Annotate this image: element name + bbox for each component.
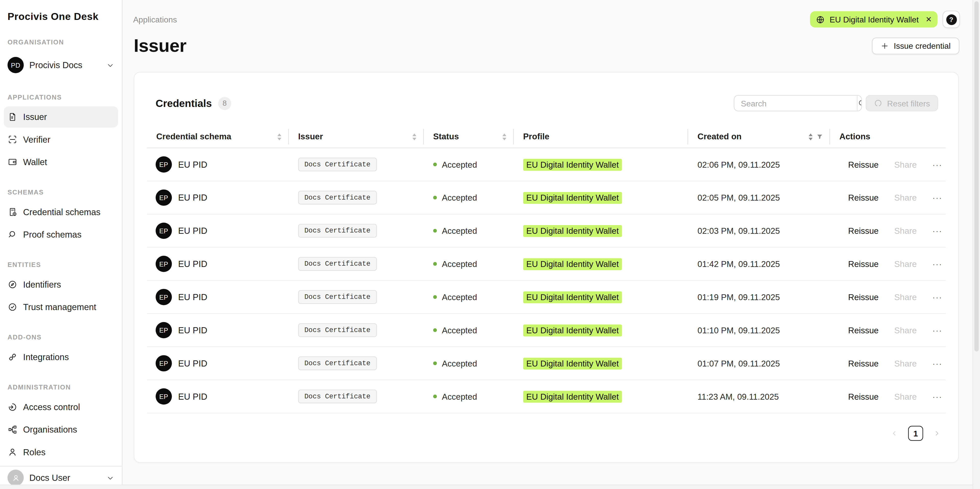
sidebar-item-label: Roles <box>23 447 46 457</box>
more-actions-icon[interactable]: ··· <box>932 259 942 269</box>
compass-icon <box>7 279 18 290</box>
horizontal-scrollbar[interactable] <box>0 485 973 489</box>
credential-schema-name: EU PID <box>178 259 207 269</box>
share-button[interactable]: Share <box>894 193 917 202</box>
column-header-issuer[interactable]: Issuer <box>289 126 424 148</box>
more-actions-icon[interactable]: ··· <box>932 325 942 335</box>
reissue-button[interactable]: Reissue <box>848 160 878 169</box>
credential-row[interactable]: EPEU PID Docs Certificate Accepted EU Di… <box>147 380 946 413</box>
more-actions-icon[interactable]: ··· <box>932 292 942 302</box>
reissue-button[interactable]: Reissue <box>848 392 878 401</box>
share-button[interactable]: Share <box>894 160 917 169</box>
issue-credential-button[interactable]: Issue credential <box>872 37 959 54</box>
vertical-scrollbar[interactable] <box>973 0 980 489</box>
page-header: Issuer Issue credential <box>123 32 973 57</box>
sidebar-item-label: Issuer <box>23 112 47 122</box>
profile-badge: EU Digital Identity Wallet <box>523 324 622 336</box>
status-dot <box>433 162 437 166</box>
section-label-applications: APPLICATIONS <box>7 93 115 100</box>
reissue-button[interactable]: Reissue <box>848 193 878 202</box>
close-icon[interactable]: ✕ <box>926 16 932 23</box>
status-dot <box>433 395 437 398</box>
sidebar-item-roles[interactable]: Roles <box>4 441 118 463</box>
more-actions-icon[interactable]: ··· <box>932 358 942 368</box>
document-icon <box>7 112 18 122</box>
column-header-profile[interactable]: Profile <box>514 126 688 148</box>
sidebar-item-wallet[interactable]: Wallet <box>4 151 118 172</box>
sidebar-item-trust-management[interactable]: Trust management <box>4 296 118 317</box>
credential-schema-name: EU PID <box>178 292 207 302</box>
sidebar-item-integrations[interactable]: Integrations <box>4 346 118 368</box>
globe-icon <box>816 15 825 24</box>
credential-row[interactable]: EPEU PID Docs Certificate Accepted EU Di… <box>147 314 946 347</box>
sort-icon[interactable] <box>808 133 813 140</box>
person-icon <box>7 447 18 457</box>
organisation-name: Procivis Docs <box>29 60 83 70</box>
sidebar-item-verifier[interactable]: Verifier <box>4 129 118 150</box>
reissue-button[interactable]: Reissue <box>848 325 878 335</box>
search-icon[interactable] <box>857 96 862 111</box>
column-label: Status <box>433 132 459 142</box>
column-label: Profile <box>523 132 549 142</box>
credential-row[interactable]: EPEU PID Docs Certificate Accepted EU Di… <box>147 214 946 248</box>
status-text: Accepted <box>442 259 477 269</box>
share-button[interactable]: Share <box>894 358 917 368</box>
share-button[interactable]: Share <box>894 325 917 335</box>
section-label-entities: ENTITIES <box>7 261 115 268</box>
credential-schema-name: EU PID <box>178 193 207 203</box>
page-number-button[interactable]: 1 <box>908 426 923 441</box>
profile-filter-chip[interactable]: EU Digital Identity Wallet ✕ <box>810 11 938 27</box>
chevron-left-icon[interactable] <box>891 430 898 437</box>
reset-filters-button[interactable]: Reset filters <box>866 95 938 111</box>
more-actions-icon[interactable]: ··· <box>932 193 942 202</box>
help-button[interactable]: ? <box>942 11 960 28</box>
share-button[interactable]: Share <box>894 259 917 269</box>
credential-schema-name: EU PID <box>178 226 207 236</box>
column-header-actions: Actions <box>830 126 947 148</box>
created-on: 01:42 PM, 09.11.2025 <box>688 259 830 269</box>
reissue-button[interactable]: Reissue <box>848 358 878 368</box>
share-button[interactable]: Share <box>894 392 917 401</box>
breadcrumb[interactable]: Applications <box>133 15 177 24</box>
credential-avatar: EP <box>156 355 172 371</box>
search-input[interactable] <box>735 96 857 111</box>
credential-row[interactable]: EPEU PID Docs Certificate Accepted EU Di… <box>147 281 946 314</box>
status-text: Accepted <box>442 392 477 401</box>
column-header-status[interactable]: Status <box>424 126 514 148</box>
sort-icon[interactable] <box>412 133 417 140</box>
reissue-button[interactable]: Reissue <box>848 259 878 269</box>
column-header-credential-schema[interactable]: Credential schema <box>147 126 289 148</box>
more-actions-icon[interactable]: ··· <box>932 160 942 169</box>
issue-credential-label: Issue credential <box>894 41 951 50</box>
user-avatar <box>7 470 24 486</box>
filter-funnel-icon[interactable] <box>816 133 823 140</box>
credential-row[interactable]: EPEU PID Docs Certificate Accepted EU Di… <box>147 148 946 182</box>
sort-icon[interactable] <box>502 133 507 140</box>
reissue-button[interactable]: Reissue <box>848 292 878 302</box>
column-header-created-on[interactable]: Created on <box>688 126 830 148</box>
share-button[interactable]: Share <box>894 292 917 302</box>
share-button[interactable]: Share <box>894 226 917 236</box>
chevron-right-icon[interactable] <box>933 430 940 437</box>
sidebar-item-proof-schemas[interactable]: Proof schemas <box>4 224 118 245</box>
credential-row[interactable]: EPEU PID Docs Certificate Accepted EU Di… <box>147 182 946 215</box>
sidebar-item-issuer[interactable]: Issuer <box>4 107 118 127</box>
credential-row[interactable]: EPEU PID Docs Certificate Accepted EU Di… <box>147 347 946 380</box>
scrollbar-thumb[interactable] <box>974 1 979 352</box>
status-dot <box>433 362 437 365</box>
sidebar-item-credential-schemas[interactable]: Credential schemas <box>4 201 118 223</box>
section-label-administration: ADMINISTRATION <box>7 383 115 391</box>
section-label-schemas: SCHEMAS <box>7 188 115 196</box>
more-actions-icon[interactable]: ··· <box>932 226 942 236</box>
sort-icon[interactable] <box>277 133 282 140</box>
more-actions-icon[interactable]: ··· <box>932 392 942 401</box>
organisation-selector[interactable]: PD Procivis Docs <box>4 53 118 78</box>
sidebar-item-access-control[interactable]: Access control <box>4 397 118 417</box>
status-text: Accepted <box>442 193 477 202</box>
sidebar-item-identifiers[interactable]: Identifiers <box>4 274 118 295</box>
plus-icon <box>880 41 889 50</box>
reissue-button[interactable]: Reissue <box>848 226 878 236</box>
sidebar-item-label: Proof schemas <box>23 229 82 239</box>
sidebar-item-organisations[interactable]: Organisations <box>4 419 118 440</box>
credential-row[interactable]: EPEU PID Docs Certificate Accepted EU Di… <box>147 248 946 281</box>
